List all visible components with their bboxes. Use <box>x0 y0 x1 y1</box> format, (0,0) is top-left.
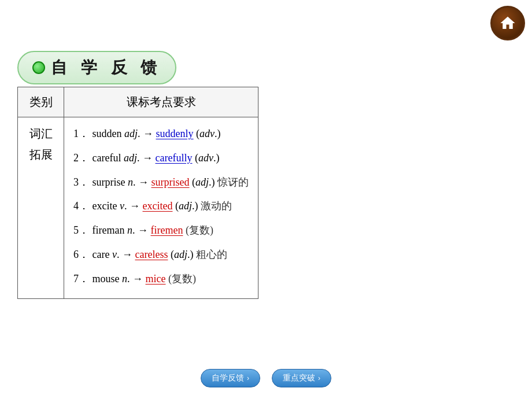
word-after: (adv.) <box>195 152 220 164</box>
word-before: sudden adj. → <box>93 128 156 139</box>
table-row: 词汇拓展 1． sudden adj. → suddenly (adv.) 2．… <box>18 117 258 299</box>
list-item: 5． fireman n. → firemen (复数) <box>73 220 249 242</box>
arrow-icon-1: › <box>247 374 249 382</box>
word-before: care v. → <box>93 249 135 260</box>
answer-surprised: surprised <box>152 176 190 188</box>
word-before: careful adj. → <box>93 152 156 164</box>
word-before: surprise n. → <box>93 176 152 188</box>
self-study-label: 自学反馈 <box>212 373 244 383</box>
page-title: 自 学 反 馈 <box>51 57 161 79</box>
answer-carefully: carefully <box>155 152 192 164</box>
key-points-label: 重点突破 <box>283 373 315 383</box>
word-before: mouse n. → <box>93 273 146 285</box>
home-button[interactable] <box>490 6 525 40</box>
col-header-category: 类别 <box>18 87 64 117</box>
item-num: 4． <box>73 195 90 217</box>
answer-mice: mice <box>146 273 166 285</box>
item-num: 1． <box>73 123 90 145</box>
word-after: (复数) <box>186 224 213 236</box>
word-after: (复数) <box>168 273 196 285</box>
answer-careless: careless <box>135 249 168 260</box>
content-cell: 1． sudden adj. → suddenly (adv.) 2． care… <box>64 117 258 299</box>
title-section: 自 学 反 馈 <box>17 51 176 84</box>
item-num: 7． <box>73 268 90 290</box>
key-points-button[interactable]: 重点突破 › <box>272 369 331 387</box>
title-pill: 自 学 反 馈 <box>17 51 176 84</box>
vocab-list: 1． sudden adj. → suddenly (adv.) 2． care… <box>73 123 249 290</box>
list-item: 6． care v. → careless (adj.) 粗心的 <box>73 244 249 266</box>
word-after: (adj.) 激动的 <box>175 200 232 212</box>
arrow-icon-2: › <box>318 374 320 382</box>
item-num: 5． <box>73 220 90 242</box>
list-item: 1． sudden adj. → suddenly (adv.) <box>73 123 249 145</box>
category-cell: 词汇拓展 <box>18 117 64 299</box>
list-item: 3． surprise n. → surprised (adj.) 惊讶的 <box>73 172 249 194</box>
item-num: 3． <box>73 172 90 194</box>
bottom-buttons: 自学反馈 › 重点突破 › <box>201 369 331 387</box>
list-item: 7． mouse n. → mice (复数) <box>73 268 249 290</box>
word-before: fireman n. → <box>93 224 151 236</box>
answer-suddenly: suddenly <box>156 128 194 139</box>
item-num: 6． <box>73 244 90 266</box>
home-icon <box>499 14 516 32</box>
word-before: excite v. → <box>93 200 143 212</box>
self-study-button[interactable]: 自学反馈 › <box>201 369 260 387</box>
green-circle-icon <box>32 61 45 74</box>
vocabulary-table: 类别 课标考点要求 词汇拓展 1． sudden adj. → suddenly… <box>17 87 258 299</box>
col-header-content: 课标考点要求 <box>64 87 258 117</box>
word-after: (adv.) <box>196 128 221 139</box>
answer-firemen: firemen <box>150 224 183 236</box>
answer-excited: excited <box>142 200 172 212</box>
word-after: (adj.) 惊讶的 <box>192 176 249 188</box>
item-num: 2． <box>73 147 90 169</box>
word-after: (adj.) 粗心的 <box>171 249 227 260</box>
list-item: 2． careful adj. → carefully (adv.) <box>73 147 249 169</box>
list-item: 4． excite v. → excited (adj.) 激动的 <box>73 195 249 217</box>
